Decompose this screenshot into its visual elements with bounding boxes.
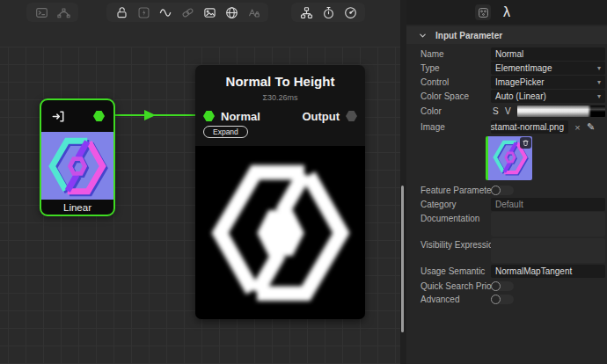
color-label: Color	[421, 106, 442, 116]
panel-header-band: λ	[406, 0, 607, 25]
sine-wave-icon[interactable]	[158, 5, 172, 19]
control-value: ImagePicker	[495, 77, 545, 87]
category-value: Default	[495, 200, 523, 209]
expand-button[interactable]: Expand	[203, 126, 248, 138]
color-gradient-bar[interactable]	[517, 106, 605, 117]
row-advanced: Advanced	[406, 293, 607, 307]
output-port-label: Output	[302, 110, 340, 123]
height-map-logo	[207, 159, 355, 307]
category-input[interactable]: Default	[491, 198, 605, 211]
trash-icon[interactable]	[520, 137, 531, 149]
output-port[interactable]	[346, 111, 357, 121]
category-label: Category	[421, 200, 457, 209]
documentation-label: Documentation	[421, 214, 479, 223]
type-label: Type	[421, 63, 440, 73]
node-ports-row: Normal Output	[195, 108, 365, 124]
section-input-parameter[interactable]: Input Parameter	[406, 26, 607, 44]
properties-panel: λ Input Parameter Name Normal Type Eleme…	[406, 0, 607, 364]
row-color: Color S V	[406, 105, 607, 119]
toolbar-group-right	[291, 3, 365, 22]
section-title: Input Parameter	[435, 31, 502, 40]
usage-semantic-label: Usage Semantic	[421, 266, 485, 276]
edit-icon[interactable]: ✎	[585, 121, 596, 133]
row-color-space: Color Space Auto (Linear)▾	[406, 90, 607, 104]
row-category: Category Default	[406, 198, 607, 212]
app-window: { "canvas": { "toolbar": { "left_icons":…	[0, 0, 607, 364]
value-button[interactable]: V	[505, 106, 511, 116]
image-path-field[interactable]: 00000/instamat-normal.png	[491, 120, 568, 134]
node-title: Normal To Height	[195, 74, 365, 89]
visibility-expression-label: Visibility Expression	[421, 240, 498, 250]
row-control: Control ImagePicker▾	[406, 76, 607, 90]
documentation-textarea[interactable]	[491, 212, 605, 237]
input-port-label: Normal	[221, 110, 260, 123]
toolbar-group-center	[106, 3, 268, 22]
linear-node-thumbnail	[41, 132, 113, 200]
chevron-down-icon: ▾	[597, 92, 601, 100]
lambda-icon[interactable]: λ	[498, 3, 516, 22]
graph-icon[interactable]	[475, 4, 491, 20]
name-label: Name	[421, 49, 444, 59]
row-quick-search-priority: Quick Search Priority	[406, 280, 607, 294]
toggle-knob	[491, 281, 501, 291]
row-name: Name Normal	[406, 47, 607, 62]
usage-semantic-input[interactable]: NormalMapTangent	[491, 265, 605, 278]
input-arrow-icon	[50, 108, 67, 125]
type-dropdown[interactable]: ElementImage▾	[491, 62, 605, 75]
chevron-down-icon: ▾	[597, 78, 601, 86]
unlock-icon[interactable]	[114, 5, 128, 19]
image-label: Image	[421, 122, 445, 132]
linear-node-label: Linear	[41, 200, 113, 215]
gauge-icon[interactable]	[343, 5, 357, 19]
visibility-expression-textarea[interactable]	[491, 238, 605, 263]
row-usage-semantic: Usage Semantic NormalMapTangent	[406, 265, 607, 279]
bezier-curve-icon[interactable]	[56, 5, 70, 19]
image-path-value: 00000/instamat-normal.png	[491, 122, 564, 132]
usage-semantic-value: NormalMapTangent	[495, 266, 572, 276]
image-thumbnail[interactable]	[486, 136, 532, 180]
type-value: ElementImage	[495, 63, 552, 73]
toggle-knob	[491, 295, 501, 304]
graph-tree-icon[interactable]	[299, 5, 313, 19]
vertical-scrollbar[interactable]	[401, 186, 404, 332]
link-icon[interactable]	[180, 5, 194, 19]
toolbar-group-left	[26, 3, 78, 22]
image-icon[interactable]	[202, 5, 216, 19]
node-linear[interactable]: Linear	[40, 98, 115, 216]
color-space-dropdown[interactable]: Auto (Linear)▾	[491, 90, 605, 103]
row-feature-parameter: Feature Parameter	[406, 184, 607, 198]
row-image: Image 00000/instamat-normal.png × ✎	[406, 120, 607, 135]
quick-search-priority-toggle[interactable]	[491, 281, 514, 291]
normal-map-logo	[47, 135, 108, 197]
node-preview	[195, 146, 365, 319]
linear-node-header	[41, 100, 113, 132]
normal-input-port[interactable]	[203, 111, 215, 121]
toggle-knob	[491, 186, 501, 195]
saturation-button[interactable]: S	[493, 106, 499, 116]
row-type: Type ElementImage▾	[406, 62, 607, 76]
bolt-icon[interactable]	[136, 5, 150, 19]
linear-output-port[interactable]	[93, 111, 105, 121]
color-space-label: Color Space	[421, 91, 469, 101]
font-lock-icon[interactable]	[246, 5, 260, 19]
chevron-down-icon: ▾	[597, 64, 601, 72]
control-dropdown[interactable]: ImagePicker▾	[491, 76, 605, 89]
node-graph-canvas[interactable]: Linear Normal To Height Σ30.26ms Normal …	[0, 0, 400, 364]
globe-icon[interactable]	[224, 5, 238, 19]
chevron-down-icon	[419, 32, 427, 40]
feature-parameter-label: Feature Parameter	[421, 186, 494, 195]
terminal-icon[interactable]	[34, 5, 48, 19]
advanced-label: Advanced	[421, 295, 459, 304]
name-value: Normal	[495, 49, 523, 59]
color-space-value: Auto (Linear)	[495, 91, 546, 101]
control-label: Control	[421, 77, 449, 87]
advanced-toggle[interactable]	[491, 295, 514, 304]
close-icon[interactable]: ×	[572, 121, 583, 133]
node-timing: Σ30.26ms	[195, 93, 365, 102]
stopwatch-icon[interactable]	[321, 5, 335, 19]
feature-parameter-toggle[interactable]	[491, 186, 514, 195]
node-normal-to-height[interactable]: Normal To Height Σ30.26ms Normal Output …	[195, 65, 365, 319]
name-input[interactable]: Normal	[491, 47, 605, 61]
